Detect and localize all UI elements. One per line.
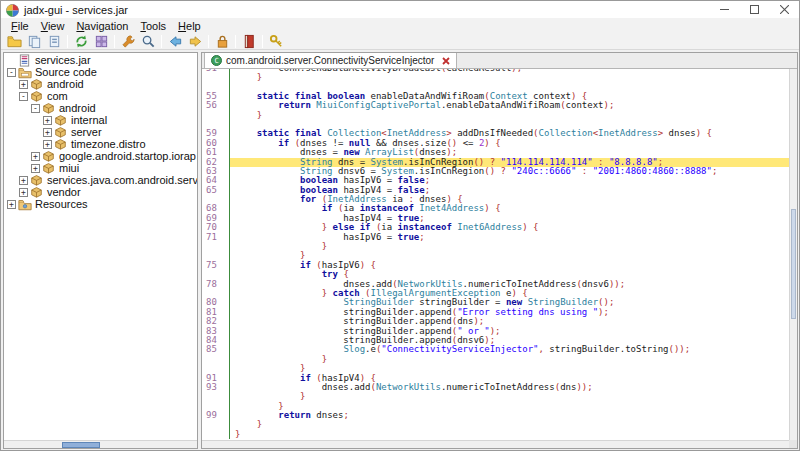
tree-item-timezone-distro[interactable]: +timezone.distro: [4, 138, 197, 150]
grid-icon: [94, 34, 109, 49]
tab-close-icon[interactable]: [442, 57, 450, 65]
back-button[interactable]: [165, 33, 185, 49]
tree-horizontal-scrollbar[interactable]: [4, 440, 197, 448]
toolbar-separator: [235, 35, 236, 48]
minimize-button[interactable]: [709, 1, 739, 18]
expand-icon[interactable]: +: [43, 140, 52, 149]
tree-item-label: android: [59, 102, 96, 114]
package-icon: [30, 186, 44, 199]
code-line: }: [202, 392, 789, 401]
tree-item-source-code[interactable]: -Source code: [4, 66, 197, 78]
code-horizontal-scrollbar[interactable]: [202, 440, 789, 448]
expand-icon[interactable]: +: [7, 200, 16, 209]
collapse-icon[interactable]: -: [19, 92, 28, 101]
sync-icon: [74, 34, 89, 49]
tree-item-label: android: [47, 78, 84, 90]
line-number: [202, 242, 230, 251]
code-viewer[interactable]: 51 conn.sendDataActivityBroadcast(cached…: [202, 69, 789, 440]
expand-icon[interactable]: +: [19, 176, 28, 185]
tree-item-label: internal: [71, 114, 107, 126]
app-window: jadx-gui - services.jar FileViewNavigati…: [0, 0, 800, 451]
line-number: 65: [202, 186, 230, 195]
book-icon: [242, 34, 257, 49]
tree-item-label: services.java.com.android.server.: [47, 174, 197, 186]
expand-icon[interactable]: +: [19, 188, 28, 197]
paste-icon: [47, 34, 62, 49]
svg-text:C: C: [214, 57, 218, 65]
collapse-icon[interactable]: -: [7, 68, 16, 77]
code-text: return dnses;: [230, 411, 789, 420]
code-vertical-scrollbar[interactable]: [789, 69, 797, 440]
code-line: }: [202, 111, 789, 120]
code-text: }: [230, 430, 789, 439]
wrench-button[interactable]: [118, 33, 138, 49]
expand-icon[interactable]: +: [31, 164, 40, 173]
line-number: 85: [202, 345, 230, 354]
package-icon: [54, 138, 68, 151]
expand-icon[interactable]: +: [43, 128, 52, 137]
forward-button[interactable]: [185, 33, 205, 49]
line-number: 56: [202, 101, 230, 110]
code-text: }: [230, 392, 789, 401]
paste-button[interactable]: [44, 33, 64, 49]
line-number: [202, 420, 230, 429]
code-text: }: [230, 73, 789, 82]
code-vscroll-thumb[interactable]: [791, 209, 796, 319]
window-title: jadx-gui - services.jar: [24, 4, 128, 16]
maximize-button[interactable]: [739, 1, 769, 18]
tree-item-services-java-com-android-server[interactable]: +services.java.com.android.server.: [4, 174, 197, 186]
tree-item-resources[interactable]: +Resources: [4, 198, 197, 210]
line-number: [202, 392, 230, 401]
toolbar-separator: [161, 35, 162, 48]
menu-item-help[interactable]: Help: [173, 20, 206, 32]
grid-button[interactable]: [91, 33, 111, 49]
open-folder-button[interactable]: [4, 33, 24, 49]
tree-scrollbar-thumb[interactable]: [62, 442, 100, 448]
book-button[interactable]: [239, 33, 259, 49]
line-number: 71: [202, 233, 230, 242]
open-folder-icon: [7, 34, 22, 49]
menu-bar: FileViewNavigationToolsHelp: [1, 18, 799, 33]
toolbar-separator: [67, 35, 68, 48]
tree-item-google-android-startop-iorap[interactable]: +google.android.startop.iorap: [4, 150, 197, 162]
menu-item-navigation[interactable]: Navigation: [71, 20, 133, 32]
tree-item-vendor[interactable]: +vendor: [4, 186, 197, 198]
key-button[interactable]: [266, 33, 286, 49]
tree-item-internal[interactable]: +internal: [4, 114, 197, 126]
search-button[interactable]: [138, 33, 158, 49]
tree-item-label: timezone.distro: [71, 138, 146, 150]
collapse-icon[interactable]: -: [31, 104, 40, 113]
tab-bar: C com.android.server.ConnectivityService…: [202, 53, 797, 69]
expand-icon[interactable]: +: [31, 152, 40, 161]
expand-icon[interactable]: +: [19, 80, 28, 89]
tree-item-miui[interactable]: +miui: [4, 162, 197, 174]
tree-item-android[interactable]: -android: [4, 102, 197, 114]
line-number: 78: [202, 280, 230, 289]
line-number: [202, 430, 230, 439]
toolbar-separator: [114, 35, 115, 48]
sync-button[interactable]: [71, 33, 91, 49]
tree-item-services-jar[interactable]: services.jar: [4, 54, 197, 66]
line-number: [202, 355, 230, 364]
code-line: }: [202, 430, 789, 439]
line-number: [202, 111, 230, 120]
tree-item-android[interactable]: +android: [4, 78, 197, 90]
lock-button[interactable]: [212, 33, 232, 49]
menu-item-view[interactable]: View: [36, 20, 70, 32]
code-line: 56 return MiuiConfigCaptivePortal.enable…: [202, 101, 789, 110]
code-text: }: [230, 111, 789, 120]
menu-item-tools[interactable]: Tools: [135, 20, 171, 32]
expand-icon[interactable]: +: [43, 116, 52, 125]
title-bar: jadx-gui - services.jar: [1, 1, 799, 18]
tab-connectivity-service-injector[interactable]: C com.android.server.ConnectivityService…: [204, 52, 457, 68]
copy-button[interactable]: [24, 33, 44, 49]
toolbar-separator: [208, 35, 209, 48]
tree-item-com[interactable]: -com: [4, 90, 197, 102]
menu-item-file[interactable]: File: [6, 20, 34, 32]
scrollbar-corner: [789, 440, 797, 448]
tree-item-server[interactable]: +server: [4, 126, 197, 138]
wrench-icon: [121, 34, 136, 49]
tree-item-label: services.jar: [35, 54, 91, 66]
project-tree: services.jar-Source code+android-com-and…: [4, 54, 197, 440]
close-button[interactable]: [769, 1, 799, 18]
